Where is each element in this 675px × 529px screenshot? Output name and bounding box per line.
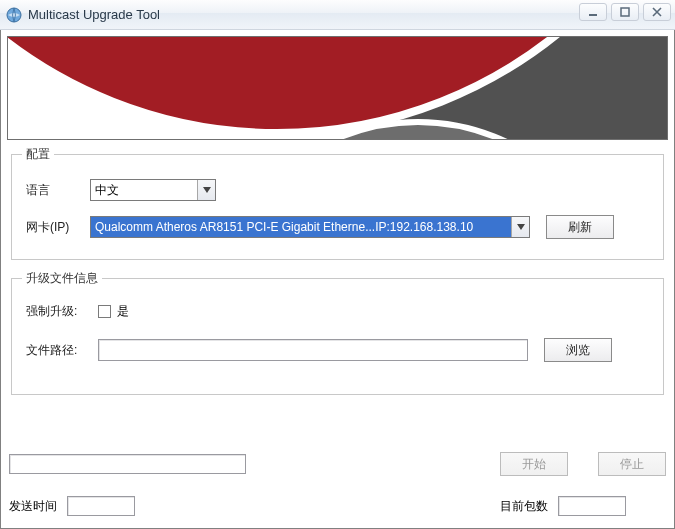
config-legend: 配置 bbox=[22, 146, 54, 163]
browse-button[interactable]: 浏览 bbox=[544, 338, 612, 362]
bottom-area: 开始 停止 发送时间 目前包数 bbox=[9, 452, 666, 516]
chevron-down-icon bbox=[197, 180, 215, 200]
packet-count-value bbox=[558, 496, 626, 516]
upgrade-groupbox: 升级文件信息 强制升级: 是 文件路径: 浏览 bbox=[11, 278, 664, 395]
close-button[interactable] bbox=[643, 3, 671, 21]
config-groupbox: 配置 语言 中文 网卡(IP) Qualcomm Atheros AR8151 … bbox=[11, 154, 664, 260]
progress-bar bbox=[9, 454, 246, 474]
svg-rect-2 bbox=[621, 8, 629, 16]
packet-count-label: 目前包数 bbox=[500, 498, 548, 515]
nic-select[interactable]: Qualcomm Atheros AR8151 PCI-E Gigabit Et… bbox=[90, 216, 530, 238]
file-path-label: 文件路径: bbox=[26, 342, 98, 359]
svg-rect-1 bbox=[589, 14, 597, 16]
app-icon bbox=[6, 7, 22, 23]
language-select-value: 中文 bbox=[91, 180, 197, 200]
force-upgrade-checkbox[interactable] bbox=[98, 305, 111, 318]
maximize-button[interactable] bbox=[611, 3, 639, 21]
refresh-button[interactable]: 刷新 bbox=[546, 215, 614, 239]
language-select[interactable]: 中文 bbox=[90, 179, 216, 201]
minimize-button[interactable] bbox=[579, 3, 607, 21]
window-title: Multicast Upgrade Tool bbox=[28, 7, 160, 22]
banner bbox=[7, 36, 668, 140]
stop-button[interactable]: 停止 bbox=[598, 452, 666, 476]
nic-label: 网卡(IP) bbox=[26, 219, 90, 236]
chevron-down-icon bbox=[511, 217, 529, 237]
start-button[interactable]: 开始 bbox=[500, 452, 568, 476]
force-upgrade-checkbox-text: 是 bbox=[117, 303, 129, 320]
file-path-input[interactable] bbox=[98, 339, 528, 361]
nic-select-value: Qualcomm Atheros AR8151 PCI-E Gigabit Et… bbox=[91, 217, 511, 237]
send-time-label: 发送时间 bbox=[9, 498, 57, 515]
language-label: 语言 bbox=[26, 182, 90, 199]
app-frame: 配置 语言 中文 网卡(IP) Qualcomm Atheros AR8151 … bbox=[0, 30, 675, 529]
window-buttons bbox=[579, 3, 671, 21]
upgrade-legend: 升级文件信息 bbox=[22, 270, 102, 287]
titlebar: Multicast Upgrade Tool bbox=[0, 0, 675, 30]
send-time-value bbox=[67, 496, 135, 516]
force-upgrade-label: 强制升级: bbox=[26, 303, 98, 320]
